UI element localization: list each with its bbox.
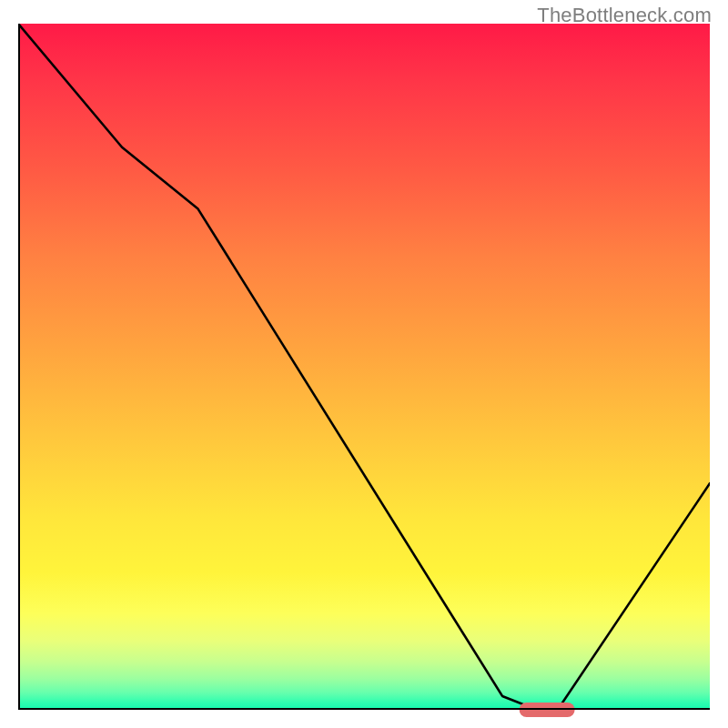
line-series-path [18,24,710,710]
watermark-label: TheBottleneck.com [537,4,712,27]
optimum-marker [520,703,575,717]
chart-container: TheBottleneck.com [0,0,728,728]
plot-area [18,24,710,710]
